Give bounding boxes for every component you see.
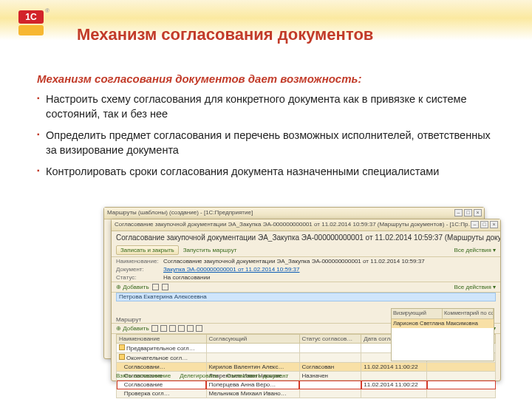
logo-text: 1С	[18, 10, 44, 24]
th-status[interactable]: Статус согласов…	[299, 335, 361, 344]
maximize-icon[interactable]: □	[480, 221, 488, 228]
footer-actions: Взять согласование Делегировать Согласов…	[116, 372, 288, 379]
tool-icon[interactable]	[152, 284, 159, 290]
foreground-window: Согласование закупочной документации ЭА_…	[111, 219, 501, 381]
bullet-item: Контролировать сроки согласования докуме…	[37, 165, 502, 180]
save-and-close-button[interactable]: Записать и закрыть	[116, 245, 179, 255]
status-value: На согласовании	[163, 274, 210, 281]
th-name[interactable]: Наименование	[117, 335, 207, 344]
close-icon[interactable]: ×	[490, 221, 498, 228]
side-header-comment: Комментарий по согла…	[443, 309, 494, 318]
window-titlebar-front: Согласование закупочной документации ЭА_…	[112, 219, 500, 231]
table-row[interactable]: Согласовани…Кирилов Валентин Алекс…Согла…	[117, 363, 496, 372]
take-approval-link[interactable]: Взять согласование	[116, 372, 171, 379]
mini-toolbar: ⊕ Добавить Все действия ▾	[112, 282, 500, 293]
delegate-link[interactable]: Делегировать	[180, 372, 217, 379]
window-titlebar-back: Маршруты (шаблоны) (создание) - [1С:Пред…	[104, 208, 484, 219]
th-approver[interactable]: Согласующий	[206, 335, 299, 344]
tool-icon[interactable]	[196, 325, 202, 332]
tool-icon[interactable]	[178, 325, 185, 332]
window-title-back: Маршруты (шаблоны) (создание) - [1С:Пред…	[107, 209, 253, 216]
slide-header: 1С Механизм согласования документов	[0, 0, 532, 65]
table-row[interactable]: Проверка согл…Мельников Михаил Ивано…	[117, 389, 496, 398]
document-title: Согласование закупочной документации ЭА_…	[112, 231, 500, 244]
all-actions-dropdown[interactable]: Все действия ▾	[454, 247, 496, 253]
subtitle: Механизм согласования документов дает во…	[37, 72, 502, 85]
close-icon[interactable]: ×	[474, 209, 482, 216]
slide-title: Механизм согласования документов	[77, 25, 373, 44]
folder-icon	[119, 354, 125, 360]
bullet-item: Определить предмет согласования и перече…	[37, 129, 502, 157]
bullet-list: Настроить схему согласования для конкрет…	[37, 92, 502, 180]
main-toolbar: Записать и закрыть Запустить маршрут Все…	[112, 244, 500, 257]
status-label: Статус:	[116, 274, 160, 281]
name-label: Наименование:	[116, 258, 160, 265]
maximize-icon[interactable]: □	[464, 209, 472, 216]
document-link[interactable]: Закупка ЭА-000000000001 от 11.02.2014 10…	[163, 266, 299, 273]
tool-icon[interactable]	[187, 325, 194, 332]
bullet-item: Настроить схему согласования для конкрет…	[37, 92, 502, 121]
folder-icon	[119, 344, 125, 350]
side-header-approver: Визирующий	[392, 309, 443, 318]
tool-icon[interactable]	[162, 284, 168, 290]
route-add-button[interactable]: ⊕ Добавить	[116, 325, 149, 332]
embedded-screenshot: Маршруты (шаблоны) (создание) - [1С:Пред…	[103, 207, 502, 383]
all-actions-dropdown[interactable]: Все действия ▾	[454, 284, 496, 290]
side-row[interactable]: Ларионов Светлана Максимовна	[392, 319, 494, 328]
table-row-highlighted[interactable]: СогласованиеПоперцева Анна Веро…11.02.20…	[117, 381, 496, 389]
slide-content: Механизм согласования документов дает во…	[0, 65, 532, 180]
logo-1c: 1С	[16, 10, 46, 40]
tool-icon[interactable]	[160, 325, 167, 332]
name-value: Согласование закупочной документации ЭА_…	[163, 258, 425, 265]
minimize-icon[interactable]: –	[471, 221, 479, 228]
tool-icon[interactable]	[151, 325, 158, 332]
document-label: Документ:	[116, 266, 160, 273]
logo-accent	[18, 25, 44, 35]
approve-doc-link[interactable]: Согласовать документ	[227, 372, 289, 379]
window-title-front: Согласование закупочной документации ЭА_…	[115, 221, 474, 228]
start-route-button[interactable]: Запустить маршрут	[183, 247, 237, 253]
minimize-icon[interactable]: –	[454, 209, 463, 216]
side-panel: Визирующий Комментарий по согла… Ларионо…	[391, 308, 494, 361]
selected-person-bar[interactable]: Петрова Екатерина Алексеевна	[116, 293, 496, 301]
add-button[interactable]: ⊕ Добавить	[116, 284, 149, 290]
tool-icon[interactable]	[169, 325, 176, 332]
